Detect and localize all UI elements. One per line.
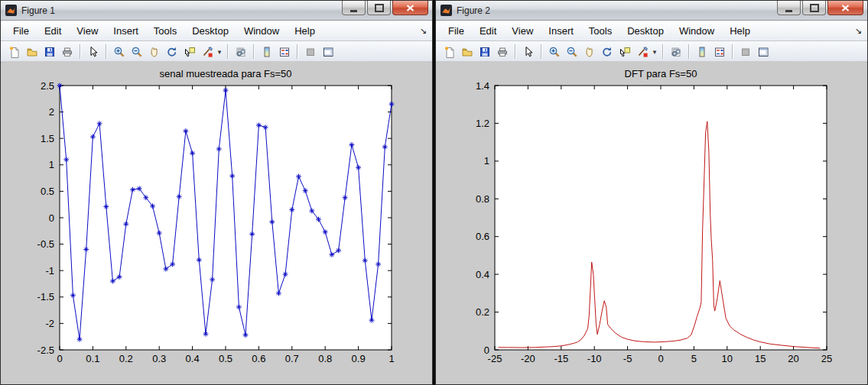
maximize-button[interactable]	[802, 1, 826, 15]
menu-item-view[interactable]: View	[504, 23, 541, 39]
figure2-menubar: FileEditViewInsertToolsDesktopWindowHelp…	[436, 21, 867, 41]
menu-item-view[interactable]: View	[69, 23, 106, 39]
toolbar-separator	[253, 44, 254, 59]
link-plot-icon[interactable]	[232, 44, 249, 60]
menu-item-insert[interactable]: Insert	[106, 23, 146, 39]
show-plot-tools-icon[interactable]	[319, 44, 336, 60]
x-tick-label: 0.9	[352, 353, 366, 364]
insert-legend-icon[interactable]	[710, 44, 728, 60]
pan-hand-icon[interactable]	[145, 44, 163, 60]
edit-cursor-icon[interactable]	[519, 44, 537, 60]
zoom-in-icon[interactable]	[545, 44, 563, 60]
plot-area	[495, 86, 827, 350]
x-tick-label: 0.8	[318, 353, 332, 364]
pan-hand-icon[interactable]	[580, 44, 598, 60]
x-tick-label: 5	[691, 353, 697, 364]
menu-item-edit[interactable]: Edit	[472, 23, 504, 39]
menu-item-tools[interactable]: Tools	[581, 23, 619, 39]
toolbar-separator	[688, 44, 689, 59]
data-cursor-icon[interactable]	[616, 44, 633, 60]
insert-colorbar-icon[interactable]	[693, 44, 710, 60]
link-plot-icon[interactable]	[667, 44, 684, 60]
chart-svg: 00.10.20.30.40.50.60.70.80.91-2.5-2-1.5-…	[2, 61, 431, 383]
window-title: Figure 1	[21, 5, 55, 16]
x-tick-label: 1	[388, 353, 394, 364]
x-tick-label: 0.3	[152, 353, 166, 364]
menu-item-file[interactable]: File	[5, 23, 37, 39]
matlab-icon	[5, 5, 17, 16]
menu-item-window[interactable]: Window	[236, 23, 287, 39]
menu-item-desktop[interactable]: Desktop	[619, 23, 671, 39]
y-tick-label: -2	[45, 318, 54, 329]
toolbar-separator	[297, 44, 297, 59]
y-tick-label: -2.5	[37, 345, 54, 356]
edit-cursor-icon[interactable]	[84, 44, 102, 60]
toolbar-separator	[662, 44, 663, 59]
maximize-button[interactable]	[367, 1, 391, 15]
zoom-out-icon[interactable]	[128, 44, 145, 60]
y-tick-label: 1	[49, 159, 54, 170]
zoom-in-icon[interactable]	[110, 44, 128, 60]
menu-item-desktop[interactable]: Desktop	[184, 23, 236, 39]
insert-legend-icon[interactable]	[275, 44, 293, 60]
x-tick-label: 25	[821, 353, 832, 364]
open-folder-icon[interactable]	[23, 44, 41, 60]
minimize-button[interactable]	[342, 1, 366, 15]
rotate-3d-icon[interactable]	[163, 44, 180, 60]
save-icon[interactable]	[41, 44, 58, 60]
figure2-toolbar: ▾	[436, 41, 867, 63]
y-tick-label: 1	[484, 155, 489, 167]
dropdown-caret-icon[interactable]: ▾	[651, 44, 658, 60]
menu-item-insert[interactable]: Insert	[541, 23, 581, 39]
print-icon[interactable]	[493, 44, 511, 60]
close-button[interactable]	[827, 1, 863, 15]
y-tick-label: -0.5	[37, 238, 54, 250]
x-tick-label: -15	[554, 353, 568, 364]
figure1-window: Figure 1 FileEditViewInsertToolsDesktopW…	[0, 0, 433, 385]
matlab-icon	[441, 5, 452, 16]
desktop: Figure 1 FileEditViewInsertToolsDesktopW…	[0, 0, 868, 385]
data-cursor-icon[interactable]	[180, 44, 198, 60]
close-icon	[841, 5, 850, 11]
hide-plot-tools-icon[interactable]	[736, 44, 754, 60]
brush-icon[interactable]	[198, 44, 216, 60]
menu-item-file[interactable]: File	[441, 23, 472, 39]
show-plot-tools-icon[interactable]	[754, 44, 772, 60]
save-icon[interactable]	[476, 44, 493, 60]
x-tick-label: -10	[587, 353, 602, 364]
new-document-icon[interactable]	[441, 44, 458, 60]
insert-colorbar-icon[interactable]	[258, 44, 275, 60]
hide-plot-tools-icon[interactable]	[301, 44, 319, 60]
menubar-overflow-arrow[interactable]: ↘	[420, 26, 427, 36]
figure1-titlebar[interactable]: Figure 1	[1, 1, 432, 21]
menu-item-edit[interactable]: Edit	[37, 23, 69, 39]
x-tick-label: 0.2	[119, 353, 133, 364]
brush-icon[interactable]	[633, 44, 651, 60]
menu-item-window[interactable]: Window	[671, 23, 722, 39]
new-document-icon[interactable]	[5, 44, 23, 60]
menu-item-help[interactable]: Help	[287, 23, 323, 39]
print-icon[interactable]	[58, 44, 76, 60]
menu-item-help[interactable]: Help	[722, 23, 758, 39]
plot-area	[60, 86, 392, 350]
x-tick-label: -5	[623, 353, 632, 364]
zoom-out-icon[interactable]	[563, 44, 580, 60]
dropdown-caret-icon[interactable]: ▾	[216, 44, 223, 60]
x-tick-label: 0.6	[252, 353, 265, 364]
menubar-overflow-arrow[interactable]: ↘	[855, 26, 862, 36]
open-folder-icon[interactable]	[458, 44, 476, 60]
x-tick-label: 0	[57, 353, 62, 364]
y-tick-label: -1	[45, 265, 54, 277]
close-button[interactable]	[392, 1, 428, 15]
y-tick-label: 0	[484, 345, 489, 356]
rotate-3d-icon[interactable]	[598, 44, 616, 60]
toolbar-separator	[227, 44, 228, 59]
figure2-titlebar[interactable]: Figure 2	[436, 1, 867, 21]
minimize-icon	[785, 10, 792, 12]
menu-item-tools[interactable]: Tools	[146, 23, 184, 39]
x-tick-label: 0.4	[186, 353, 200, 364]
x-tick-label: 0	[658, 353, 663, 364]
minimize-button[interactable]	[777, 1, 801, 15]
figure1-toolbar: ▾	[1, 41, 432, 63]
toolbar-separator	[106, 44, 106, 59]
